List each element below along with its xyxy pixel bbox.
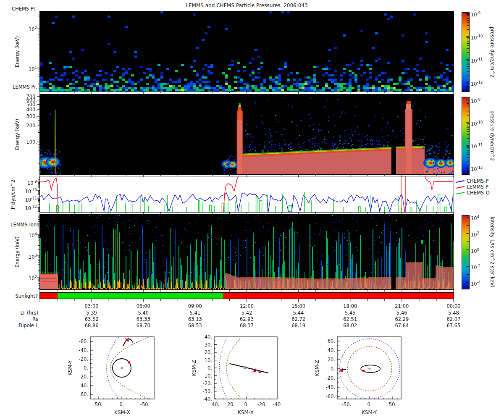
time-tick-label: 09:00 (184, 303, 206, 309)
orbit_xy-plot: 50.0.-50.-60.-40.-20.0.20.40.60.KSM-XKSM… (63, 332, 160, 419)
panel-label-chems: CHEMS Pr. (12, 6, 37, 12)
plot-page: LEMMS and CHEMS Particle Pressures 2006:… (0, 0, 504, 420)
legend-label-chems-p: CHEMS-P (467, 178, 488, 184)
svg-text:KSM-X: KSM-X (114, 410, 130, 415)
svg-text:-10.: -10. (203, 373, 212, 379)
row-label-rs: Rs (5, 316, 38, 322)
cbar2-tick-label: 10-10 (471, 119, 483, 127)
svg-text:0.: 0. (84, 365, 88, 371)
ytick-label-lemms: 100. (22, 139, 37, 145)
cbar4-tick-label: 104 (471, 214, 479, 221)
cbar1-tick-label: 10-12 (471, 79, 483, 87)
orbit_xz-plot: 40.20.0.-20.-40.40.30.20.10.0.-10.-20.-3… (185, 332, 281, 419)
legend-line-chems-p (456, 180, 465, 182)
svg-text:-20.: -20. (326, 375, 335, 381)
svg-text:-60.: -60. (326, 394, 335, 399)
axis-label-pressure: P dyn/cm^2 (10, 176, 16, 212)
cbar4-tick-label: 100 (471, 247, 479, 254)
time-tick-label: 06:00 (132, 303, 154, 309)
svg-text:60.: 60. (328, 338, 335, 344)
lt-value: 5.48 (443, 310, 465, 316)
cbar1-tick-label: 10-9 (471, 10, 480, 18)
svg-text:40.: 40. (328, 347, 335, 353)
ions-spectrogram-panel (39, 214, 454, 290)
chems-spectrogram-canvas (40, 11, 454, 92)
ytick-label-chems: 101 (19, 65, 37, 72)
sunlight-bar (39, 292, 454, 299)
legend-label-chems-o: CHEMS-O (467, 190, 490, 196)
svg-text:0.: 0. (368, 402, 372, 407)
svg-text:-20.: -20. (203, 381, 212, 386)
pressure-lines-canvas (40, 176, 454, 212)
cbar2-tick-label: 10-12 (471, 165, 483, 172)
ytick-label-pressure: 10-11 (19, 195, 37, 203)
svg-text:20.: 20. (205, 349, 212, 355)
row-label-lt: LT (hrs) (5, 310, 38, 316)
dipole-l-value: 68.02 (339, 323, 361, 328)
leg-item-lemms-p: LEMMS-P (456, 184, 488, 190)
sunlight-label: Sunlight? (8, 293, 38, 299)
lemms-spectrogram-panel (39, 94, 454, 175)
axis-label-energy-2: Energy (keV) (14, 94, 21, 174)
sunlight-segment-yes (58, 293, 223, 299)
dipole-l-value: 67.84 (391, 323, 413, 328)
svg-text:-40.: -40. (203, 396, 212, 402)
time-tick-label: 12:00 (236, 303, 258, 309)
ytick-label-pressure: 10-12 (19, 204, 37, 211)
svg-text:-50.: -50. (342, 402, 351, 407)
lt-value: 5.40 (132, 310, 154, 316)
svg-text:KSM-Z: KSM-Z (314, 360, 320, 376)
svg-text:20.: 20. (328, 357, 335, 362)
legend-line-lemms-p (456, 186, 465, 188)
svg-text:50.: 50. (389, 402, 396, 407)
ytick-label-lemms: 200. (22, 123, 37, 129)
pressure-lines-panel (39, 176, 454, 213)
cbar1-tick-label: 10-10 (471, 33, 483, 41)
svg-text:20.: 20. (81, 374, 88, 380)
svg-text:60.: 60. (81, 391, 88, 397)
colorbar-pressure-1 (462, 12, 470, 92)
lt-value: 5.41 (184, 310, 206, 316)
time-tick-label: 21:00 (391, 303, 413, 309)
cbar4-tick-label: 102 (471, 230, 479, 238)
svg-text:50.: 50. (95, 402, 102, 407)
dipole-l-value: 68.86 (81, 323, 102, 328)
dipole-l-value: 68.19 (288, 323, 310, 328)
sunlight-segment-no (40, 293, 58, 299)
rs-value: 62.51 (339, 316, 361, 322)
ytick-label-pressure: 10-9 (19, 178, 37, 186)
svg-text:30.: 30. (205, 342, 212, 348)
ytick-label-lemms: 300. (22, 113, 37, 119)
rs-value: 63.33 (132, 316, 154, 322)
ytick-label-ions: 102 (19, 274, 37, 281)
rs-value: 62.29 (391, 316, 413, 322)
svg-text:0.: 0. (207, 365, 212, 371)
ions-spectrogram-canvas (40, 214, 454, 290)
svg-text:-30.: -30. (203, 388, 212, 394)
svg-text:-40.: -40. (273, 402, 281, 407)
svg-text:40.: 40. (205, 334, 212, 340)
legend-item-chems-p: CHEMS-P (456, 178, 488, 184)
svg-text:0.: 0. (331, 366, 335, 372)
svg-text:KSM-Y: KSM-Y (362, 410, 377, 415)
dipole-l-value: 68.53 (184, 323, 206, 328)
svg-text:40.: 40. (81, 383, 88, 388)
cbar2-tick-label: 10-11 (471, 142, 483, 150)
colorbar-pressure-2 (462, 97, 470, 175)
colorbar-title-intensity: intensity 1/(s cm^2 ster keV) (489, 215, 495, 289)
svg-text:KSM-Z: KSM-Z (191, 360, 197, 376)
time-tick-label: 00:00 (443, 303, 465, 309)
rs-value: 62.07 (443, 316, 465, 322)
svg-text:-40.: -40. (326, 384, 335, 390)
lt-value: 5.46 (391, 310, 413, 316)
ytick-label-pressure: 10-10 (19, 187, 37, 194)
colorbar-title-pressure-1: pressure dyne/cm^2 (489, 13, 495, 92)
rs-value: 63.13 (184, 316, 206, 322)
legend-line-chems-o (456, 192, 465, 194)
lemms-spectrogram-canvas (40, 94, 454, 174)
ytick-label-chems: 102 (19, 25, 37, 32)
rs-value: 63.52 (81, 316, 102, 322)
svg-text:40.: 40. (212, 402, 219, 407)
dipole-l-value: 68.70 (132, 323, 154, 328)
lt-value: 5.42 (236, 310, 258, 316)
